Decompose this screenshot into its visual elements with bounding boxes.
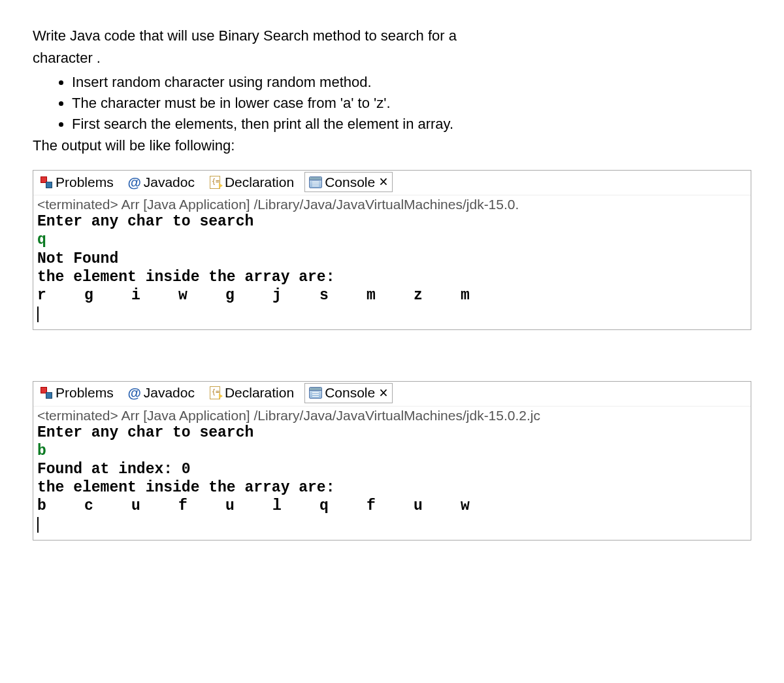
- array-el: f: [178, 497, 225, 515]
- tab-problems[interactable]: Problems: [36, 384, 118, 401]
- tab-problems-label: Problems: [56, 385, 114, 401]
- tab-javadoc[interactable]: @ Javadoc: [124, 174, 199, 191]
- tab-declaration-label: Declaration: [225, 385, 294, 401]
- array-el: w: [461, 497, 508, 515]
- problems-icon: [40, 176, 53, 189]
- tab-declaration[interactable]: {= Declaration: [205, 174, 298, 191]
- result-line: Not Found: [37, 250, 747, 268]
- text-cursor: [37, 517, 39, 533]
- console-panel-1: Problems @ Javadoc {= Declaration Consol…: [33, 170, 751, 329]
- question-title-line1: Write Java code that will use Binary Sea…: [33, 26, 751, 46]
- bullet-2: The character must be in lower case from…: [72, 93, 751, 113]
- bullet-1: Insert random character using random met…: [72, 73, 751, 92]
- tab-console-label: Console: [325, 385, 375, 401]
- tab-declaration[interactable]: {= Declaration: [205, 384, 298, 401]
- question-bullets: Insert random character using random met…: [33, 73, 751, 133]
- array-el: i: [131, 286, 178, 305]
- close-icon[interactable]: ×: [379, 384, 387, 402]
- array-el: g: [225, 286, 272, 305]
- console-output-1: Enter any char to search q Not Found the…: [33, 212, 751, 329]
- array-el: m: [461, 286, 508, 305]
- tab-console-label: Console: [325, 175, 375, 190]
- array-el: z: [414, 286, 461, 305]
- close-icon[interactable]: ×: [379, 173, 387, 191]
- array-el: f: [367, 497, 414, 515]
- tab-javadoc-label: Javadoc: [144, 385, 195, 401]
- array-el: u: [414, 497, 461, 515]
- array-el: s: [319, 286, 367, 305]
- tab-javadoc-label: Javadoc: [144, 175, 195, 190]
- array-el: c: [84, 497, 131, 515]
- tab-console[interactable]: Console ×: [304, 172, 393, 192]
- declaration-icon: {=: [209, 386, 222, 399]
- question-title-line2: character .: [33, 48, 751, 68]
- run-status-1: <terminated> Arr [Java Application] /Lib…: [33, 195, 751, 212]
- run-status-2: <terminated> Arr [Java Application] /Lib…: [33, 407, 751, 424]
- console-panel-2: Problems @ Javadoc {= Declaration Consol…: [33, 381, 751, 541]
- tab-problems-label: Problems: [56, 175, 114, 190]
- declaration-icon: {=: [209, 176, 222, 189]
- result-line: Found at index: 0: [37, 460, 747, 478]
- tab-javadoc[interactable]: @ Javadoc: [124, 384, 199, 401]
- array-values-line: rgiwgjsmzm: [37, 286, 747, 305]
- array-el: l: [272, 497, 319, 515]
- tab-bar: Problems @ Javadoc {= Declaration Consol…: [33, 171, 751, 195]
- array-el: u: [131, 497, 178, 515]
- array-el: q: [319, 497, 367, 515]
- tab-declaration-label: Declaration: [225, 175, 294, 190]
- question-follow: The output will be like following:: [33, 137, 751, 154]
- console-icon: [309, 386, 322, 399]
- problems-icon: [40, 386, 53, 399]
- array-label-line: the element inside the array are:: [37, 478, 747, 497]
- tab-console[interactable]: Console ×: [304, 383, 393, 403]
- array-el: j: [272, 286, 319, 305]
- prompt-line: Enter any char to search: [37, 212, 747, 231]
- array-el: r: [37, 286, 84, 305]
- array-el: u: [225, 497, 272, 515]
- console-output-2: Enter any char to search b Found at inde…: [33, 424, 751, 540]
- array-values-line: bcufulqfuw: [37, 497, 747, 515]
- javadoc-icon: @: [128, 176, 141, 189]
- prompt-line: Enter any char to search: [37, 424, 747, 442]
- array-el: g: [84, 286, 131, 305]
- array-el: b: [37, 497, 84, 515]
- array-label-line: the element inside the array are:: [37, 268, 747, 286]
- console-icon: [309, 176, 322, 189]
- tab-problems[interactable]: Problems: [36, 174, 118, 191]
- text-cursor: [37, 307, 39, 322]
- user-input-line: q: [37, 231, 747, 249]
- array-el: w: [178, 286, 225, 305]
- javadoc-icon: @: [128, 386, 141, 399]
- bullet-3: First search the elements, then print al…: [72, 114, 751, 134]
- tab-bar: Problems @ Javadoc {= Declaration Consol…: [33, 382, 751, 407]
- array-el: m: [367, 286, 414, 305]
- user-input-line: b: [37, 442, 747, 460]
